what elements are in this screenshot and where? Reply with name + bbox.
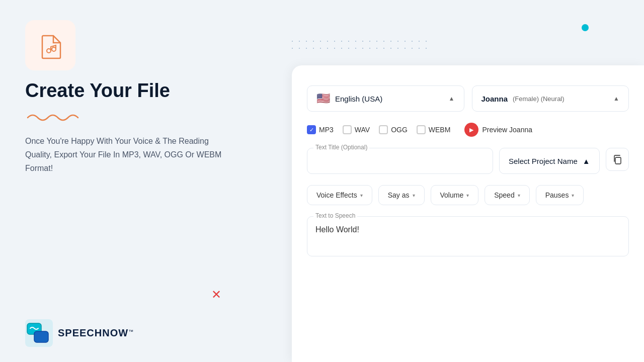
svg-rect-6 xyxy=(615,157,621,164)
right-panel: 🇺🇸 English (USA) ▲ Joanna (Female) (Neur… xyxy=(292,65,644,362)
voice-effects-button[interactable]: Voice Effects ▾ xyxy=(307,185,372,205)
mp3-checkbox[interactable]: ✓ xyxy=(307,125,316,134)
ogg-checkbox[interactable] xyxy=(379,125,388,134)
preview-label: Preview Joanna xyxy=(482,126,532,134)
text-title-wrapper: Text Title (Optional) xyxy=(307,148,493,174)
ogg-label: OGG xyxy=(391,126,408,134)
format-wav[interactable]: WAV xyxy=(343,125,370,134)
volume-label: Volume xyxy=(440,191,464,199)
language-chevron: ▲ xyxy=(449,95,455,102)
logo-area: SPEECHNOW™ xyxy=(25,319,133,347)
voice-effects-label: Voice Effects xyxy=(316,191,357,199)
mp3-label: MP3 xyxy=(319,126,334,134)
format-ogg[interactable]: OGG xyxy=(379,125,408,134)
pauses-button[interactable]: Pauses ▾ xyxy=(536,185,584,205)
project-dropdown[interactable]: Select Project Name ▲ xyxy=(499,148,600,174)
volume-arrow: ▾ xyxy=(466,193,469,198)
copy-icon xyxy=(612,154,622,164)
play-icon: ▶ xyxy=(464,123,478,137)
language-voice-row: 🇺🇸 English (USA) ▲ Joanna (Female) (Neur… xyxy=(307,85,629,112)
voice-chevron: ▲ xyxy=(613,95,619,102)
flag-icon: 🇺🇸 xyxy=(316,92,330,105)
language-dropdown[interactable]: 🇺🇸 English (USA) ▲ xyxy=(307,85,464,112)
format-mp3[interactable]: ✓ MP3 xyxy=(307,125,334,134)
say-as-button[interactable]: Say as ▾ xyxy=(378,185,425,205)
effects-row: Voice Effects ▾ Say as ▾ Volume ▾ Speed … xyxy=(307,185,629,205)
wav-checkbox[interactable] xyxy=(343,125,352,134)
volume-button[interactable]: Volume ▾ xyxy=(431,185,479,205)
language-label: English (USA) xyxy=(335,95,382,103)
tts-text[interactable]: Hello World! xyxy=(315,224,620,236)
voice-name: Joanna xyxy=(481,95,508,103)
dot-accent xyxy=(582,24,589,31)
wav-label: WAV xyxy=(355,126,370,134)
voice-dropdown[interactable]: Joanna (Female) (Neural) ▲ xyxy=(472,85,629,112)
say-as-label: Say as xyxy=(388,191,410,199)
tts-wrapper: Text to Speech Hello World! xyxy=(307,216,629,256)
text-title-label: Text Title (Optional) xyxy=(313,144,369,151)
close-button[interactable]: ✕ xyxy=(211,288,221,302)
webm-label: WEBM xyxy=(429,126,451,134)
music-file-icon xyxy=(37,32,64,59)
voice-meta: (Female) (Neural) xyxy=(513,95,565,103)
format-row: ✓ MP3 WAV OGG WEBM ▶ Preview Joanna xyxy=(307,123,629,137)
svg-rect-5 xyxy=(34,331,48,342)
title-project-row: Text Title (Optional) Select Project Nam… xyxy=(307,148,629,174)
project-label: Select Project Name xyxy=(509,157,578,165)
preview-button[interactable]: ▶ Preview Joanna xyxy=(464,123,532,137)
speechnow-logo-icon xyxy=(25,319,53,347)
logo-text: SPEECHNOW™ xyxy=(58,327,133,339)
speed-button[interactable]: Speed ▾ xyxy=(485,185,529,205)
speed-label: Speed xyxy=(494,191,514,199)
pauses-label: Pauses xyxy=(545,191,569,199)
wave-decoration xyxy=(25,112,267,124)
description-text: Once You're Happy With Your Voice & The … xyxy=(25,134,226,175)
left-panel: Create Your File Once You're Happy With … xyxy=(0,0,292,362)
page-title: Create Your File xyxy=(25,80,267,102)
tts-label: Text to Speech xyxy=(313,212,357,219)
file-icon-wrapper xyxy=(25,20,75,70)
text-title-input[interactable] xyxy=(315,153,485,168)
voice-effects-arrow: ▾ xyxy=(360,193,363,198)
copy-button[interactable] xyxy=(606,148,629,171)
speed-arrow: ▾ xyxy=(518,193,520,198)
format-webm[interactable]: WEBM xyxy=(417,125,451,134)
dots-decoration-topcenter xyxy=(282,38,433,53)
say-as-arrow: ▾ xyxy=(413,193,415,198)
project-chevron: ▲ xyxy=(583,157,590,165)
pauses-arrow: ▾ xyxy=(572,193,574,198)
webm-checkbox[interactable] xyxy=(417,125,426,134)
